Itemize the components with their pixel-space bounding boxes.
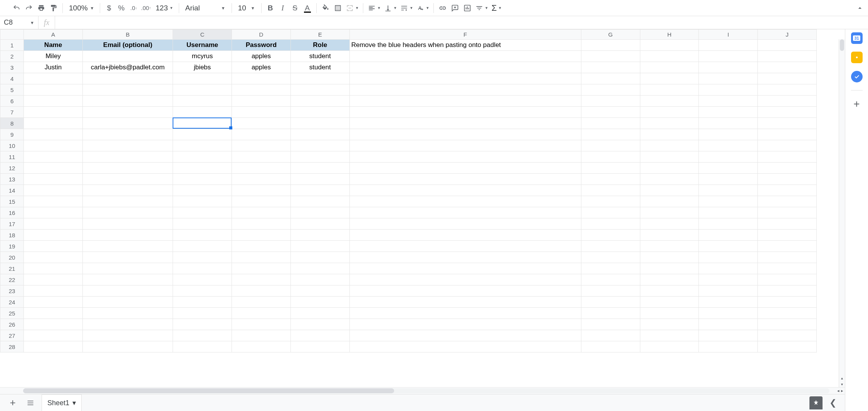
cell[interactable] [581, 96, 640, 107]
cell[interactable] [232, 319, 291, 330]
redo-button[interactable] [23, 2, 35, 14]
cell[interactable] [581, 341, 640, 352]
cell[interactable] [349, 140, 581, 151]
cell[interactable] [24, 96, 83, 107]
font-size-select[interactable]: 10 ▼ [235, 2, 258, 14]
cell[interactable] [349, 297, 581, 308]
cell[interactable] [173, 73, 232, 84]
cell[interactable] [581, 151, 640, 163]
cell[interactable] [24, 297, 83, 308]
cell[interactable] [758, 51, 817, 62]
cell[interactable] [82, 319, 173, 330]
cell[interactable] [290, 218, 349, 230]
row-header[interactable]: 18 [0, 230, 24, 241]
cell[interactable] [699, 218, 758, 230]
cell[interactable] [24, 252, 83, 263]
cell[interactable] [758, 263, 817, 274]
cell[interactable] [82, 330, 173, 341]
cell[interactable] [758, 140, 817, 151]
cell[interactable] [232, 129, 291, 140]
cell[interactable] [24, 174, 83, 185]
cell[interactable] [24, 207, 83, 218]
cell[interactable] [24, 241, 83, 252]
cell[interactable] [699, 297, 758, 308]
cell[interactable] [173, 207, 232, 218]
cell[interactable]: Remove the blue headers when pasting ont… [349, 40, 581, 51]
cell[interactable] [640, 297, 699, 308]
cell[interactable] [581, 263, 640, 274]
cell[interactable] [24, 84, 83, 96]
cell[interactable] [581, 241, 640, 252]
cell[interactable] [699, 51, 758, 62]
cell[interactable] [581, 207, 640, 218]
cell[interactable] [699, 163, 758, 174]
row-header[interactable]: 17 [0, 218, 24, 230]
cell[interactable] [82, 185, 173, 196]
cell[interactable] [290, 308, 349, 319]
name-box[interactable]: C8 ▼ [0, 16, 39, 29]
show-side-panel-button[interactable]: ❮ [827, 395, 839, 411]
cell[interactable]: Email (optional) [82, 40, 173, 51]
row-header[interactable]: 9 [0, 129, 24, 140]
cell[interactable] [758, 118, 817, 129]
row-header[interactable]: 21 [0, 263, 24, 274]
cell[interactable] [758, 330, 817, 341]
cell[interactable] [290, 185, 349, 196]
cell[interactable] [82, 51, 173, 62]
cell[interactable] [581, 62, 640, 73]
cell[interactable] [758, 285, 817, 297]
insert-comment-button[interactable] [449, 2, 461, 14]
cell[interactable] [24, 129, 83, 140]
row-header[interactable]: 12 [0, 163, 24, 174]
cell[interactable] [349, 185, 581, 196]
column-header[interactable]: E [290, 30, 349, 40]
cell[interactable] [232, 308, 291, 319]
cell[interactable] [173, 308, 232, 319]
cell[interactable] [24, 285, 83, 297]
cell[interactable] [758, 252, 817, 263]
scroll-down-icon[interactable]: ▾ [839, 381, 845, 387]
cell[interactable]: student [290, 62, 349, 73]
cell[interactable] [699, 140, 758, 151]
cell[interactable] [640, 84, 699, 96]
cell[interactable] [82, 96, 173, 107]
cell[interactable] [232, 96, 291, 107]
row-header[interactable]: 28 [0, 341, 24, 352]
cell[interactable] [24, 118, 83, 129]
cell[interactable] [232, 297, 291, 308]
cell[interactable]: apples [232, 62, 291, 73]
cell[interactable] [581, 51, 640, 62]
row-header[interactable]: 24 [0, 297, 24, 308]
cell[interactable] [232, 118, 291, 129]
all-sheets-button[interactable] [24, 396, 37, 409]
cell[interactable] [581, 196, 640, 207]
cell[interactable] [173, 241, 232, 252]
cell[interactable] [581, 185, 640, 196]
cell[interactable] [640, 308, 699, 319]
text-color-button[interactable]: A [302, 2, 313, 14]
cell[interactable] [24, 140, 83, 151]
print-button[interactable] [35, 2, 47, 14]
row-header[interactable]: 3 [0, 62, 24, 73]
cell[interactable] [290, 319, 349, 330]
cell[interactable]: Name [24, 40, 83, 51]
cell[interactable] [24, 230, 83, 241]
cell[interactable] [349, 118, 581, 129]
cell[interactable] [24, 330, 83, 341]
horizontal-scrollbar[interactable]: ◂ ▸ [0, 387, 845, 394]
row-header[interactable]: 22 [0, 274, 24, 285]
row-header[interactable]: 23 [0, 285, 24, 297]
row-header[interactable]: 4 [0, 73, 24, 84]
number-format-select[interactable]: 123 ▾ [153, 2, 176, 14]
cell[interactable] [640, 174, 699, 185]
cell[interactable] [173, 330, 232, 341]
row-header[interactable]: 27 [0, 330, 24, 341]
cell[interactable] [82, 151, 173, 163]
cell[interactable] [349, 84, 581, 96]
cell[interactable] [699, 107, 758, 118]
cell[interactable] [349, 341, 581, 352]
cell[interactable] [640, 96, 699, 107]
cell[interactable] [758, 308, 817, 319]
keep-icon[interactable] [851, 52, 863, 63]
fill-color-button[interactable] [320, 2, 331, 14]
